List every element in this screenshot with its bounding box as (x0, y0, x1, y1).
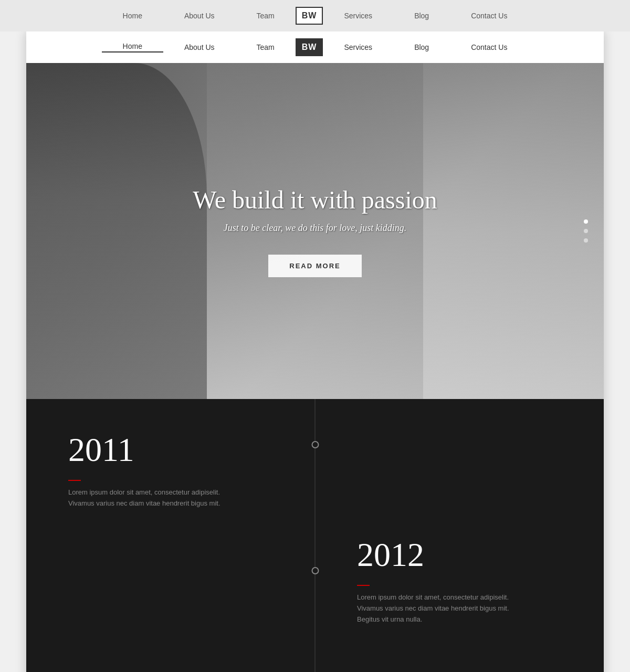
hero-content: We build it with passion Just to be clea… (172, 185, 458, 277)
timeline-section: 2011 Lorem ipsum dolor sit amet, consect… (26, 399, 604, 672)
topbar-team-link[interactable]: Team (236, 12, 296, 20)
topbar-logo: BW (296, 7, 323, 25)
timeline-left: 2011 Lorem ipsum dolor sit amet, consect… (26, 399, 315, 672)
hero-subtitle: Just to be clear, we do this for love, j… (193, 223, 437, 234)
timeline-accent-2 (357, 585, 370, 586)
hero-read-more-button[interactable]: READ MORE (268, 255, 361, 277)
timeline-desc-2: Lorem ipsum dolor sit amet, consectetur … (357, 592, 572, 625)
main-wrapper: Home About Us Team BW Services Blog Cont… (26, 32, 604, 672)
hero-dot-3[interactable] (584, 238, 588, 243)
timeline-desc-2-line2: Vivamus varius nec diam vitae hendrerit … (357, 604, 509, 612)
hero-dot-1[interactable] (584, 219, 588, 224)
hero-section: We build it with passion Just to be clea… (26, 63, 604, 399)
timeline-accent-1 (68, 480, 81, 481)
nav-about-link[interactable]: About Us (163, 43, 236, 51)
hero-dots (584, 219, 588, 243)
hero-title: We build it with passion (193, 185, 437, 214)
timeline-desc-2-line1: Lorem ipsum dolor sit amet, consectetur … (357, 593, 509, 601)
inner-logo: BW (296, 38, 323, 56)
nav-team-link[interactable]: Team (236, 43, 296, 51)
topbar-services-link[interactable]: Services (323, 12, 393, 20)
nav-contact-link[interactable]: Contact Us (450, 43, 528, 51)
timeline-desc-1-line1: Lorem ipsum dolor sit amet, consectetur … (68, 488, 220, 496)
topbar-about-link[interactable]: About Us (163, 12, 236, 20)
topbar-home-link[interactable]: Home (102, 12, 163, 20)
timeline-right: 2012 Lorem ipsum dolor sit amet, consect… (315, 399, 604, 672)
timeline-desc-1-line2: Vivamus varius nec diam vitae hendrerit … (68, 499, 220, 507)
nav-blog-link[interactable]: Blog (393, 43, 450, 51)
hero-dot-2[interactable] (584, 229, 588, 233)
nav-home-link[interactable]: Home (102, 42, 163, 52)
timeline-year-2: 2012 (357, 536, 572, 574)
nav-services-link[interactable]: Services (323, 43, 393, 51)
topbar-contact-link[interactable]: Contact Us (450, 12, 528, 20)
topbar-blog-link[interactable]: Blog (393, 12, 450, 20)
top-navbar: Home About Us Team BW Services Blog Cont… (0, 0, 630, 32)
timeline-desc-2-line3: Begitus vit urna nulla. (357, 615, 422, 623)
timeline-year-1: 2011 (68, 430, 284, 469)
timeline-desc-1: Lorem ipsum dolor sit amet, consectetur … (68, 487, 284, 509)
inner-navbar: Home About Us Team BW Services Blog Cont… (26, 32, 604, 63)
